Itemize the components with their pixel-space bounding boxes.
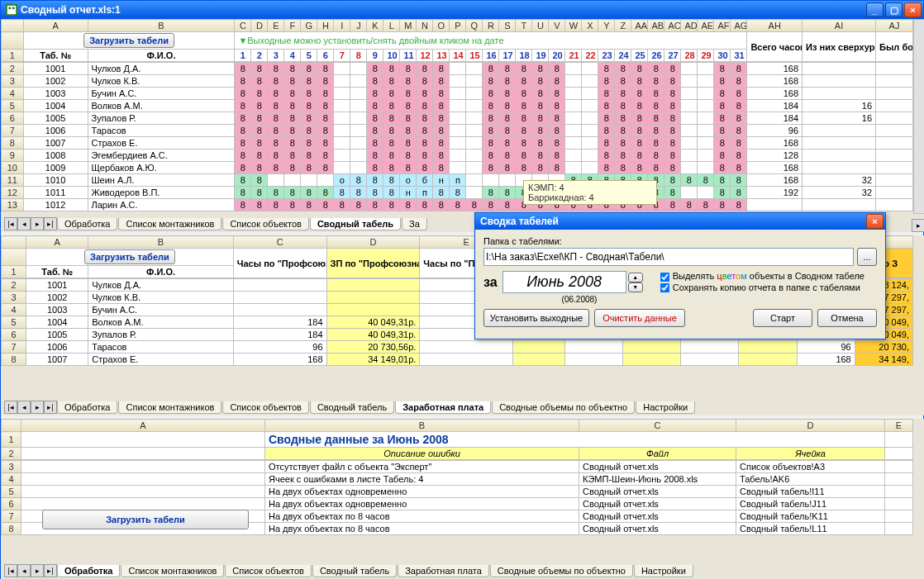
app-icon bbox=[6, 4, 17, 16]
day-header-20[interactable]: 20 bbox=[549, 50, 565, 62]
bot-row[interactable]: 3Отсутствует файл с объекта "Эксперт"Сво… bbox=[2, 461, 913, 473]
highlight-checkbox[interactable] bbox=[660, 272, 669, 282]
day-header-29[interactable]: 29 bbox=[698, 50, 714, 62]
day-header-24[interactable]: 24 bbox=[615, 50, 631, 62]
svg-rect-2 bbox=[9, 7, 12, 10]
period-down[interactable]: ▼ bbox=[628, 282, 643, 292]
holiday-hint: ▼Выходные можно установить/снять двойным… bbox=[235, 32, 747, 50]
mid-row[interactable]: 71006Тарасов9620 730,56р.9620 730, bbox=[2, 341, 913, 354]
day-header-7[interactable]: 7 bbox=[334, 50, 350, 62]
day-header-27[interactable]: 27 bbox=[664, 50, 681, 62]
top-row[interactable]: 61005Зупалов Р.8888888888888888888888818… bbox=[2, 112, 913, 125]
mid-row[interactable]: 81007Страхов Е.16834 149,01р.16834 149, bbox=[2, 354, 913, 366]
dialog-titlebar: Сводка табелей × bbox=[475, 213, 885, 230]
tab-nav-prev[interactable]: ◂ bbox=[17, 217, 31, 230]
day-header-19[interactable]: 19 bbox=[532, 50, 549, 62]
day-header-30[interactable]: 30 bbox=[714, 50, 731, 62]
top-row[interactable]: 41003Бучин А.С.8888888888888888888888816… bbox=[2, 88, 913, 100]
set-holidays-button[interactable]: Установить выходные bbox=[483, 309, 589, 327]
day-header-6[interactable]: 6 bbox=[317, 50, 334, 62]
day-header-21[interactable]: 21 bbox=[565, 50, 582, 62]
tab-svodnyj-tabel[interactable]: Сводный табель bbox=[310, 218, 401, 230]
browse-button[interactable]: ... bbox=[857, 248, 877, 266]
day-header-3[interactable]: 3 bbox=[268, 50, 284, 62]
bot-row[interactable]: 4Ячеек с ошибками в листе Табель: 4КЭМП-… bbox=[2, 473, 913, 486]
day-header-11[interactable]: 11 bbox=[400, 50, 417, 62]
day-header-12[interactable]: 12 bbox=[417, 50, 433, 62]
folder-input[interactable] bbox=[483, 248, 854, 266]
day-header-31[interactable]: 31 bbox=[731, 50, 747, 62]
day-header-17[interactable]: 17 bbox=[499, 50, 516, 62]
day-header-1[interactable]: 1 bbox=[235, 50, 251, 62]
day-header-25[interactable]: 25 bbox=[631, 50, 648, 62]
top-row[interactable]: 91008Эгембердиев А.С.8888888888888888888… bbox=[2, 149, 913, 162]
dialog-close-button[interactable]: × bbox=[866, 214, 884, 229]
tab-obrabotka[interactable]: Обработка bbox=[57, 218, 117, 230]
day-header-13[interactable]: 13 bbox=[433, 50, 450, 62]
bot-grid[interactable]: ABCDE 1Сводные данные за Июнь 2008 2Опис… bbox=[1, 419, 913, 460]
bot-row[interactable]: 5На двух объектах одновременноСводный от… bbox=[2, 486, 913, 498]
day-header-16[interactable]: 16 bbox=[483, 50, 499, 62]
day-header-22[interactable]: 22 bbox=[582, 50, 598, 62]
window-title: Сводный отчет.xls:1 bbox=[21, 4, 864, 16]
top-grid[interactable]: A B CDEFGHIJKLMNOPQRSTUVWXYZAAABACADAEAF… bbox=[1, 19, 913, 62]
day-header-26[interactable]: 26 bbox=[648, 50, 664, 62]
scroll-right[interactable]: ▸ bbox=[912, 219, 924, 232]
maximize-button[interactable]: ▢ bbox=[885, 2, 903, 17]
day-header-5[interactable]: 5 bbox=[301, 50, 317, 62]
load-tables-button-top[interactable]: Загрузить табели bbox=[83, 33, 174, 48]
cell-tooltip: КЭМП: 4 Баррикадная: 4 bbox=[523, 180, 657, 205]
tab-spisok-obektov[interactable]: Список объектов bbox=[222, 218, 309, 230]
load-tables-button-mid[interactable]: Загрузить табели bbox=[84, 249, 175, 264]
day-header-18[interactable]: 18 bbox=[516, 50, 532, 62]
tab-spisok-montazhnikov[interactable]: Список монтажников bbox=[118, 218, 221, 230]
svg-rect-3 bbox=[12, 7, 15, 10]
top-row[interactable]: 131012Ларин А.С.888888888888888888888888… bbox=[2, 199, 913, 211]
day-header-23[interactable]: 23 bbox=[598, 50, 615, 62]
load-tables-button-bot[interactable]: Загрузить табели bbox=[42, 510, 249, 529]
day-header-9[interactable]: 9 bbox=[367, 50, 383, 62]
day-header-15[interactable]: 15 bbox=[466, 50, 483, 62]
day-header-2[interactable]: 2 bbox=[251, 50, 268, 62]
top-row[interactable]: 101009Щербаков А.Ю.888888888888888888888… bbox=[2, 162, 913, 174]
tab-nav-first[interactable]: |◂ bbox=[4, 217, 17, 230]
top-row[interactable]: 21001Чулков Д.А.888888888888888888888881… bbox=[2, 63, 913, 75]
top-row[interactable]: 121011Живодеров В.П.8888888888нп88888888… bbox=[2, 187, 913, 199]
top-row[interactable]: 31002Чулков К.В.888888888888888888888881… bbox=[2, 75, 913, 88]
day-header-8[interactable]: 8 bbox=[350, 50, 367, 62]
minimize-button[interactable]: _ bbox=[866, 2, 884, 17]
svg-rect-1 bbox=[7, 6, 17, 15]
clear-data-button[interactable]: Очистить данные bbox=[594, 309, 685, 327]
top-row[interactable]: 81007Страхов Е.8888888888888888888888816… bbox=[2, 137, 913, 149]
folder-label: Папка с табелями: bbox=[483, 236, 877, 246]
day-header-4[interactable]: 4 bbox=[284, 50, 301, 62]
period-up[interactable]: ▲ bbox=[628, 273, 643, 282]
tab-nav-next[interactable]: ▸ bbox=[31, 217, 44, 230]
top-row[interactable]: 71006Тарасов8888888888888888888888896 bbox=[2, 125, 913, 137]
save-copy-checkbox[interactable] bbox=[660, 283, 669, 293]
top-row[interactable]: 51004Волков А.М.888888888888888888888881… bbox=[2, 100, 913, 112]
tab-zar[interactable]: За bbox=[402, 218, 427, 230]
cancel-button[interactable]: Отмена bbox=[817, 309, 877, 327]
summary-title: Сводные данные за Июнь 2008 bbox=[265, 432, 885, 448]
close-button[interactable]: × bbox=[904, 2, 922, 17]
summary-dialog: Сводка табелей × Папка с табелями: ... з… bbox=[474, 212, 886, 339]
top-row[interactable]: 111010Шеин А.Л.88о888обнп888888888881683… bbox=[2, 174, 913, 187]
period-input[interactable] bbox=[502, 271, 626, 293]
bot-row[interactable]: 6На двух объектах одновременноСводный от… bbox=[2, 498, 913, 510]
day-header-10[interactable]: 10 bbox=[383, 50, 400, 62]
day-header-14[interactable]: 14 bbox=[450, 50, 466, 62]
main-titlebar: Сводный отчет.xls:1 _ ▢ × bbox=[1, 1, 923, 19]
day-header-28[interactable]: 28 bbox=[681, 50, 698, 62]
start-button[interactable]: Старт bbox=[753, 309, 812, 327]
tab-nav-last[interactable]: ▸| bbox=[44, 217, 57, 230]
